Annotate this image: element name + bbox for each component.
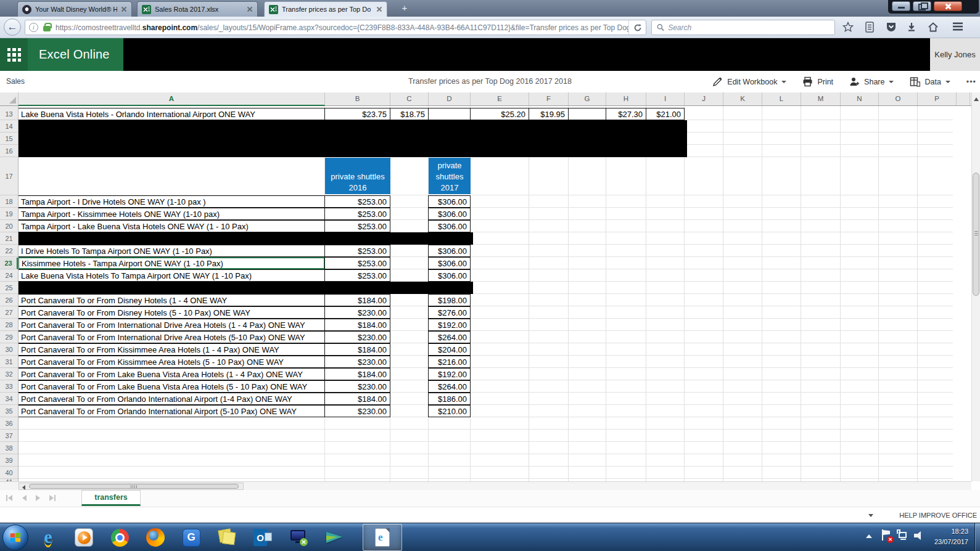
cell-H13[interactable]: $27.30 <box>606 108 646 120</box>
row-header-18[interactable]: 18 <box>0 196 18 208</box>
reload-button[interactable] <box>628 20 646 35</box>
cell-D17[interactable]: private shuttles 2017 <box>429 158 471 194</box>
column-header-P[interactable]: P <box>918 92 957 105</box>
row-header-26[interactable]: 26 <box>0 295 18 306</box>
vertical-scroll-thumb[interactable] <box>973 173 979 296</box>
page-info-icon[interactable]: i <box>29 23 38 32</box>
cell-D23[interactable]: $306.00 <box>428 257 471 269</box>
cell-D20[interactable]: $306.00 <box>428 220 471 232</box>
minimize-button[interactable] <box>892 1 910 11</box>
chevron-down-icon[interactable] <box>868 514 873 517</box>
tab-disney-world[interactable]: Your Walt Disney World® Ho <box>17 1 132 17</box>
cell-B29[interactable]: $230.00 <box>324 331 390 343</box>
tab-sales-rota[interactable]: Sales Rota 2017.xlsx <box>137 1 258 17</box>
search-box[interactable] <box>651 20 835 35</box>
cell-B31[interactable]: $230.00 <box>324 356 390 368</box>
tab-transfer-prices-active[interactable]: Transfer prices as per Top Do <box>264 1 387 17</box>
cell-A18[interactable]: Tampa Airport - I Drive Hotels ONE WAY (… <box>18 195 325 208</box>
row-header-36[interactable]: 36 <box>0 418 18 430</box>
column-header-K[interactable]: K <box>723 92 762 105</box>
column-header-H[interactable]: H <box>606 92 646 105</box>
new-tab-button[interactable]: + <box>395 2 414 14</box>
row-header-20[interactable]: 20 <box>0 221 18 232</box>
cell-A19[interactable]: Tampa Airport - Kissimmee Hotels ONE WAY… <box>18 208 325 220</box>
row-header-21[interactable]: 21 <box>0 233 18 245</box>
taskbar-g-app[interactable]: G <box>174 524 208 551</box>
cell-A35[interactable]: Port Canaveral To or From Orlando Intern… <box>18 405 325 417</box>
excel-online-brand[interactable]: Excel Online <box>28 38 123 71</box>
cell-B34[interactable]: $184.00 <box>324 393 390 405</box>
bookmark-star-icon[interactable] <box>842 22 855 34</box>
column-header-O[interactable]: O <box>879 92 918 105</box>
cell-A24[interactable]: Lake Buena Vista Hotels To Tampa Airport… <box>18 269 325 282</box>
taskbar-chrome[interactable] <box>102 524 137 551</box>
row-header-30[interactable]: 30 <box>0 344 18 356</box>
cell-A27[interactable]: Port Canaveral To or From Disney Hotels … <box>18 306 325 319</box>
cell-A26[interactable]: Port Canaveral To or From Disney Hotels … <box>18 294 325 306</box>
first-sheet-icon[interactable] <box>6 495 7 501</box>
row-header-25[interactable]: 25 <box>0 282 18 294</box>
row-header-38[interactable]: 38 <box>0 443 18 454</box>
signed-in-user[interactable]: Kelly Jones <box>930 38 980 71</box>
data-button[interactable]: Data <box>910 76 950 87</box>
close-icon[interactable] <box>247 6 253 12</box>
next-sheet-icon[interactable] <box>36 495 40 501</box>
row-header-34[interactable]: 34 <box>0 393 18 405</box>
scroll-left-icon[interactable] <box>22 485 25 490</box>
cell-A34[interactable]: Port Canaveral To or From Orlando Intern… <box>18 393 325 405</box>
cell-B17[interactable]: private shuttles 2016 <box>325 158 390 194</box>
row-header-16[interactable]: 16 <box>0 145 18 157</box>
column-header-D[interactable]: D <box>429 92 471 105</box>
cell-B22[interactable]: $253.00 <box>324 245 390 257</box>
first-sheet-icon[interactable] <box>8 495 12 501</box>
cell-B13[interactable]: $23.75 <box>324 108 390 120</box>
cell-E13[interactable]: $25.20 <box>470 108 529 120</box>
column-header-partial[interactable] <box>957 92 970 105</box>
url-bar[interactable]: i https://comostreettravelltd.sharepoint… <box>25 20 646 35</box>
row-header-31[interactable]: 31 <box>0 356 18 368</box>
cell-B35[interactable]: $230.00 <box>324 405 390 417</box>
row-header-35[interactable]: 35 <box>0 406 18 417</box>
cell-B33[interactable]: $230.00 <box>324 380 390 393</box>
cell-B19[interactable]: $253.00 <box>324 208 390 220</box>
cell-D30[interactable]: $204.00 <box>428 343 471 356</box>
action-center-flag-icon[interactable]: ✕ <box>882 529 892 542</box>
taskbar-ie-document-active[interactable]: e <box>363 524 402 551</box>
close-icon[interactable] <box>376 6 382 12</box>
cell-F13[interactable]: $19.95 <box>529 108 569 120</box>
column-header-J[interactable]: J <box>685 92 723 105</box>
start-button[interactable] <box>2 524 28 550</box>
cell-B23[interactable]: $253.00 <box>324 257 390 269</box>
https-lock-icon[interactable] <box>43 26 51 31</box>
help-improve-office-link[interactable]: HELP IMPROVE OFFICE <box>899 507 977 523</box>
row-header-24[interactable]: 24 <box>0 270 18 282</box>
restore-button[interactable] <box>913 1 931 11</box>
taskbar-remote-desktop[interactable]: ✕ <box>281 524 316 551</box>
taskbar-outlook[interactable]: O <box>245 524 280 551</box>
cell-D33[interactable]: $264.00 <box>428 380 471 393</box>
cell-D35[interactable]: $210.00 <box>428 405 471 417</box>
row-header-23[interactable]: 23 <box>0 258 18 269</box>
column-header-C[interactable]: C <box>390 92 429 105</box>
row-header-29[interactable]: 29 <box>0 332 18 343</box>
cell-A33[interactable]: Port Canaveral To or From Lake Buena Vis… <box>18 380 325 393</box>
row-header-17[interactable]: 17 <box>0 158 18 195</box>
last-sheet-icon[interactable] <box>49 495 54 501</box>
taskbar-clock[interactable]: 18:23 23/07/2017 <box>925 526 968 549</box>
pocket-icon[interactable] <box>886 22 898 34</box>
cell-C13[interactable]: $18.75 <box>390 108 429 120</box>
cell-D32[interactable]: $192.00 <box>428 368 471 380</box>
cell-G13[interactable] <box>568 108 606 120</box>
network-icon[interactable] <box>897 531 908 541</box>
cell-B30[interactable]: $184.00 <box>324 343 390 356</box>
show-desktop-button[interactable] <box>974 523 980 551</box>
downloads-icon[interactable] <box>907 22 919 34</box>
cell-A32[interactable]: Port Canaveral To or From Lake Buena Vis… <box>18 368 325 380</box>
cell-A13[interactable]: Lake Buena Vista Hotels - Orlando Intern… <box>18 108 325 120</box>
row-header-37[interactable]: 37 <box>0 430 18 442</box>
row-header-22[interactable]: 22 <box>0 245 18 257</box>
cell-A30[interactable]: Port Canaveral To or From Kissimmee Area… <box>18 343 325 356</box>
cell-B32[interactable]: $184.00 <box>324 368 390 380</box>
cell-D28[interactable]: $192.00 <box>428 319 471 331</box>
cell-B20[interactable]: $253.00 <box>324 220 390 232</box>
